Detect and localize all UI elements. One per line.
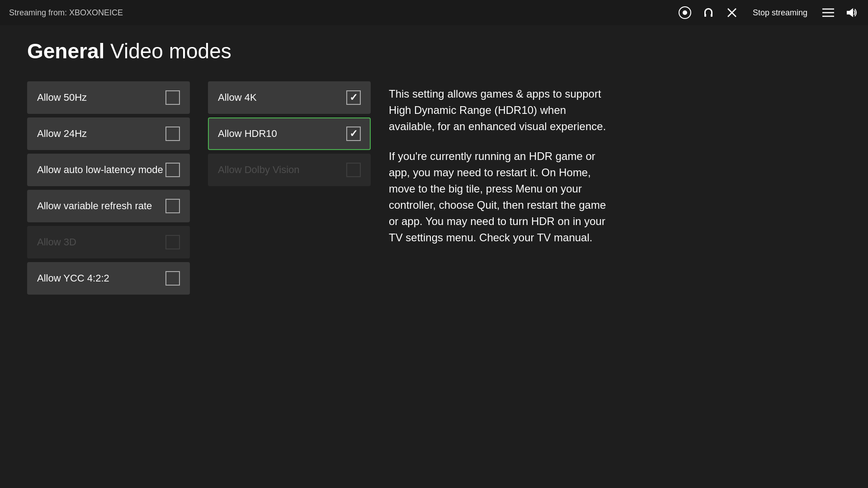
checkbox-allow-50hz[interactable] — [165, 90, 180, 105]
setting-label-allow-dolby-vision: Allow Dolby Vision — [218, 164, 300, 176]
svg-rect-9 — [847, 11, 849, 14]
headset-icon[interactable] — [701, 5, 716, 20]
svg-rect-3 — [711, 14, 712, 17]
setting-label-allow-hdr10: Allow HDR10 — [218, 128, 277, 140]
svg-rect-2 — [704, 14, 706, 17]
checkbox-allow-variable-refresh[interactable] — [165, 199, 180, 213]
checkbox-allow-3d — [165, 235, 180, 249]
topbar-actions: Stop streaming — [678, 5, 859, 20]
settings-layout: Allow 50HzAllow 24HzAllow auto low-laten… — [27, 81, 841, 295]
setting-item-allow-dolby-vision: Allow Dolby Vision — [208, 154, 371, 186]
description-text: This setting allows games & apps to supp… — [389, 86, 615, 246]
streaming-label: Streaming from: XBOXONEICE — [9, 8, 678, 18]
setting-item-allow-variable-refresh[interactable]: Allow variable refresh rate — [27, 190, 190, 222]
checkbox-allow-4k[interactable] — [346, 90, 361, 105]
title-video-modes: Video modes — [110, 39, 231, 63]
description-paragraph-1: This setting allows games & apps to supp… — [389, 86, 615, 135]
title-general: General — [27, 39, 104, 63]
setting-item-allow-4k[interactable]: Allow 4K — [208, 81, 371, 114]
right-settings-column: Allow 4KAllow HDR10Allow Dolby Vision — [208, 81, 371, 186]
checkbox-allow-ycc[interactable] — [165, 271, 180, 286]
setting-label-allow-4k: Allow 4K — [218, 92, 257, 103]
setting-label-allow-ycc: Allow YCC 4:2:2 — [37, 272, 109, 284]
setting-item-allow-50hz[interactable]: Allow 50Hz — [27, 81, 190, 114]
setting-label-allow-50hz: Allow 50Hz — [37, 92, 87, 103]
topbar: Streaming from: XBOXONEICE Stop — [0, 0, 868, 25]
setting-label-allow-24hz: Allow 24Hz — [37, 128, 87, 140]
xbox-icon[interactable] — [678, 5, 692, 20]
close-icon[interactable] — [725, 5, 739, 20]
setting-item-allow-hdr10[interactable]: Allow HDR10 — [208, 117, 371, 150]
setting-label-allow-3d: Allow 3D — [37, 236, 76, 248]
setting-item-allow-3d: Allow 3D — [27, 226, 190, 258]
checkbox-allow-auto-low-latency[interactable] — [165, 163, 180, 177]
description-paragraph-2: If you're currently running an HDR game … — [389, 148, 615, 246]
main-content: General Video modes Allow 50HzAllow 24Hz… — [0, 25, 868, 488]
svg-marker-10 — [849, 8, 853, 17]
setting-label-allow-auto-low-latency: Allow auto low-latency mode — [37, 164, 163, 176]
setting-item-allow-24hz[interactable]: Allow 24Hz — [27, 117, 190, 150]
setting-item-allow-ycc[interactable]: Allow YCC 4:2:2 — [27, 262, 190, 295]
audio-icon[interactable] — [844, 5, 859, 20]
stop-streaming-label: Stop streaming — [753, 8, 807, 18]
checkbox-allow-dolby-vision — [346, 163, 361, 177]
checkbox-allow-hdr10[interactable] — [346, 127, 361, 141]
description-panel: This setting allows games & apps to supp… — [389, 81, 615, 246]
checkbox-allow-24hz[interactable] — [165, 127, 180, 141]
svg-point-1 — [683, 10, 687, 15]
setting-label-allow-variable-refresh: Allow variable refresh rate — [37, 200, 152, 212]
menu-icon[interactable] — [821, 5, 835, 20]
page-title: General Video modes — [27, 39, 841, 63]
left-settings-column: Allow 50HzAllow 24HzAllow auto low-laten… — [27, 81, 190, 295]
stop-streaming-button[interactable]: Stop streaming — [748, 5, 812, 20]
setting-item-allow-auto-low-latency[interactable]: Allow auto low-latency mode — [27, 154, 190, 186]
